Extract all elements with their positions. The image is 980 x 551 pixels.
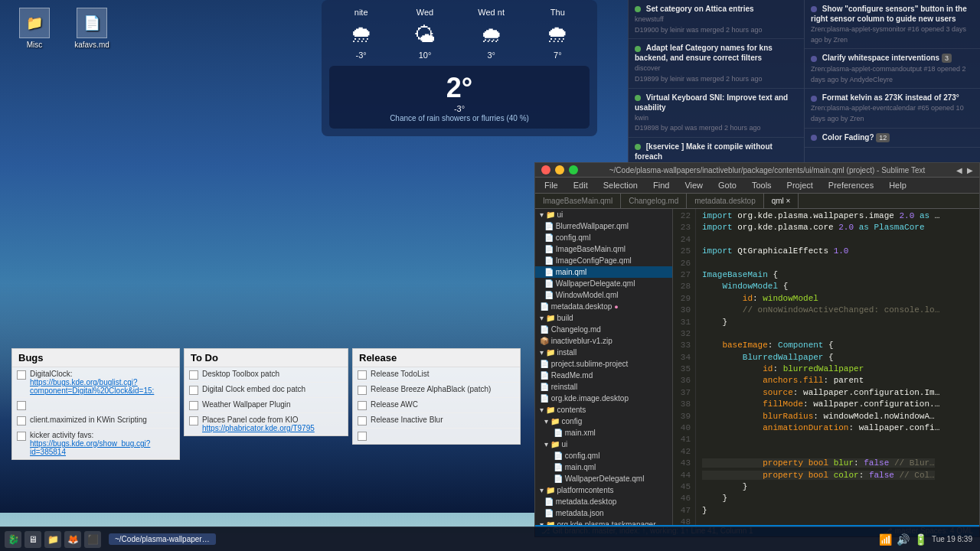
todo-link-3[interactable]: https://phabricator.kde.org/T9795 [202, 424, 315, 432]
bugs-checkbox-3[interactable] [17, 432, 26, 441]
bugs-checkbox-2[interactable] [17, 416, 26, 425]
tree-main2[interactable]: 📄 main.qml [535, 461, 672, 473]
notif-dot-r1 [811, 56, 817, 62]
taskbar-app-terminal[interactable]: ~/Code/plasma-wallpapers/inactiv... [109, 533, 216, 545]
tree-wallpaperdelegate2[interactable]: 📄 WallpaperDelegate.qml [535, 473, 672, 484]
tree-imageconfigpage[interactable]: 📄 ImageConfigPage.qml [535, 255, 672, 266]
bugs-link-3[interactable]: https://bugs.kde.org/show_bug.cgi?id=385… [30, 439, 150, 456]
files-icon[interactable]: 📁 [44, 531, 61, 548]
tree-blurredwallpaper[interactable]: 📄 BlurredWallpaper.qml [535, 220, 672, 232]
notif-dot-r2 [811, 96, 817, 102]
volume-icon[interactable]: 🔊 [897, 533, 910, 546]
tree-ui-folder[interactable]: ▾ 📁 ui [535, 209, 672, 220]
todo-checkbox-1[interactable] [189, 386, 198, 395]
tree-zip[interactable]: 📦 inactiveblur-v1.zip [535, 335, 672, 347]
todo-title: To Do [185, 349, 348, 367]
tree-windowmodel[interactable]: 📄 WindowModel.qml [535, 289, 672, 301]
notif-meta-2: kwinD19898 by apol was merged 2 hours ag… [635, 114, 761, 132]
release-item-0: Release TodoList [353, 367, 520, 383]
bugs-link-0[interactable]: https://bugs.kde.org/buglist.cgi?compone… [30, 378, 154, 395]
menu-edit[interactable]: Edit [570, 179, 591, 191]
notif-dot-2 [635, 95, 641, 101]
titlebar-controls[interactable] [541, 165, 578, 174]
release-checkbox-4[interactable] [358, 432, 367, 441]
tree-metadata-desktop[interactable]: 📄 metadata.desktop ● [535, 301, 672, 312]
maximize-button[interactable] [569, 165, 578, 174]
release-checkbox-3[interactable] [358, 416, 367, 425]
day-name-1: Wed [416, 8, 433, 17]
notif-title-3: [kservice ] Make it compile without fore… [635, 142, 773, 161]
bugs-text-3: kicker activity favs: https://bugs.kde.o… [30, 431, 175, 456]
tab-imagebasemain[interactable]: ImageBaseMain.qml [535, 194, 621, 208]
tree-config2[interactable]: 📄 config.qml [535, 450, 672, 461]
code-area[interactable]: 2223242526272829303132333435363738394041… [673, 209, 979, 525]
todo-checkbox-0[interactable] [189, 370, 198, 380]
file-tree: ▾ 📁 ui 📄 BlurredWallpaper.qml 📄 config.q… [535, 209, 673, 525]
todo-checkbox-3[interactable] [189, 416, 198, 425]
tree-changelog[interactable]: 📄 Changelog.md [535, 324, 672, 335]
tree-install[interactable]: ▾ 📁 install [535, 347, 672, 358]
tree-config[interactable]: ▾ 📁 config [535, 416, 672, 427]
todo-checkbox-2[interactable] [189, 401, 198, 410]
menu-tools[interactable]: Tools [749, 179, 775, 191]
tree-config-qml[interactable]: 📄 config.qml [535, 232, 672, 243]
menu-file[interactable]: File [541, 179, 561, 191]
tree-imagebasemain[interactable]: 📄 ImageBaseMain.qml [535, 243, 672, 255]
browser-icon[interactable]: 🦊 [64, 531, 81, 548]
sublime-text-editor: ~/Code/plasma-wallpapers/inactiveblur/pa… [534, 162, 980, 537]
editor-titlebar: ~/Code/plasma-wallpapers/inactiveblur/pa… [535, 163, 979, 178]
arrow-left-icon[interactable]: ◀ [956, 166, 962, 174]
menu-view[interactable]: View [681, 179, 706, 191]
tree-ui2[interactable]: ▾ 📁 ui [535, 439, 672, 450]
tree-contents[interactable]: ▾ 📁 contents [535, 404, 672, 416]
tree-platformcontents[interactable]: ▾ 📁 platformcontents [535, 484, 672, 496]
weather-temp-0: -3° [356, 51, 367, 60]
tree-main-qml[interactable]: 📄 main.qml [535, 266, 672, 278]
menu-project[interactable]: Project [784, 179, 816, 191]
tree-reinstall[interactable]: 📄 reinstall [535, 381, 672, 393]
release-checkbox-0[interactable] [358, 370, 367, 380]
tree-sublime-project[interactable]: 📄 project.sublime-project [535, 358, 672, 370]
tree-taskmanager[interactable]: ▾ 📁 org.kde.plasma.taskmanager [535, 519, 672, 525]
terminal-icon[interactable]: ⬛ [84, 531, 101, 548]
tab-metadata[interactable]: metadata.desktop [687, 194, 764, 208]
menu-find[interactable]: Find [650, 179, 672, 191]
todo-item-1: Digital Clock embed doc patch [185, 383, 348, 398]
arrow-right-icon[interactable]: ▶ [967, 166, 973, 174]
bugs-checkbox-0[interactable] [17, 370, 26, 380]
menu-selection[interactable]: Selection [600, 179, 641, 191]
tree-main-xml[interactable]: 📄 main.xml [535, 427, 672, 439]
release-checkbox-1[interactable] [358, 386, 367, 395]
network-icon[interactable]: 📶 [879, 533, 892, 546]
desktop-icon-kafavs[interactable]: 📄 kafavs.md [65, 8, 119, 49]
tree-readme[interactable]: 📄 ReadMe.md [535, 370, 672, 381]
app-launcher-icon[interactable]: 🐉 [5, 531, 21, 548]
notif-right-title-2: Format kelvin as 273K instead of 273° [822, 93, 959, 102]
release-text-1: Release Breeze AlphaBlack (patch) [371, 385, 515, 393]
release-checkbox-2[interactable] [358, 401, 367, 410]
bugs-checkbox-1[interactable] [17, 401, 26, 410]
code-content[interactable]: import org.kde.plasma.wallpapers.image 2… [696, 209, 979, 525]
tab-qml[interactable]: qml × [764, 194, 799, 208]
tree-kde-image[interactable]: 📄 org.kde.image.desktop [535, 393, 672, 404]
tree-build[interactable]: ▾ 📁 build [535, 312, 672, 324]
menu-goto[interactable]: Goto [715, 179, 740, 191]
minimize-button[interactable] [555, 165, 564, 174]
battery-icon[interactable]: 🔋 [914, 533, 927, 546]
bugs-panel: Bugs DigitalClock: https://bugs.kde.org/… [11, 348, 180, 460]
notif-item-1: Adapt leaf Category names for kns backen… [629, 39, 804, 88]
close-button[interactable] [541, 165, 550, 174]
menu-help[interactable]: Help [886, 179, 910, 191]
tree-wallpaperdelegate[interactable]: 📄 WallpaperDelegate.qml [535, 278, 672, 289]
bugs-item-3: kicker activity favs: https://bugs.kde.o… [12, 429, 179, 459]
desktop-icon-misc[interactable]: 📁 Misc [8, 8, 61, 49]
bugs-item-0: DigitalClock: https://bugs.kde.org/bugli… [12, 367, 179, 398]
clock[interactable]: Tue 19 8:39 [932, 535, 972, 543]
tree-metadata-json[interactable]: 📄 metadata.json [535, 507, 672, 519]
tree-metadata2[interactable]: 📄 metadata.desktop [535, 496, 672, 507]
tab-changelog[interactable]: Changelog.md [621, 194, 687, 208]
day-name-2: Wed nt [478, 8, 505, 17]
show-desktop-icon[interactable]: 🖥 [24, 531, 41, 548]
notif-right-title-0: Show "configure sensors" button in the r… [811, 5, 967, 23]
menu-preferences[interactable]: Preferences [825, 179, 877, 191]
